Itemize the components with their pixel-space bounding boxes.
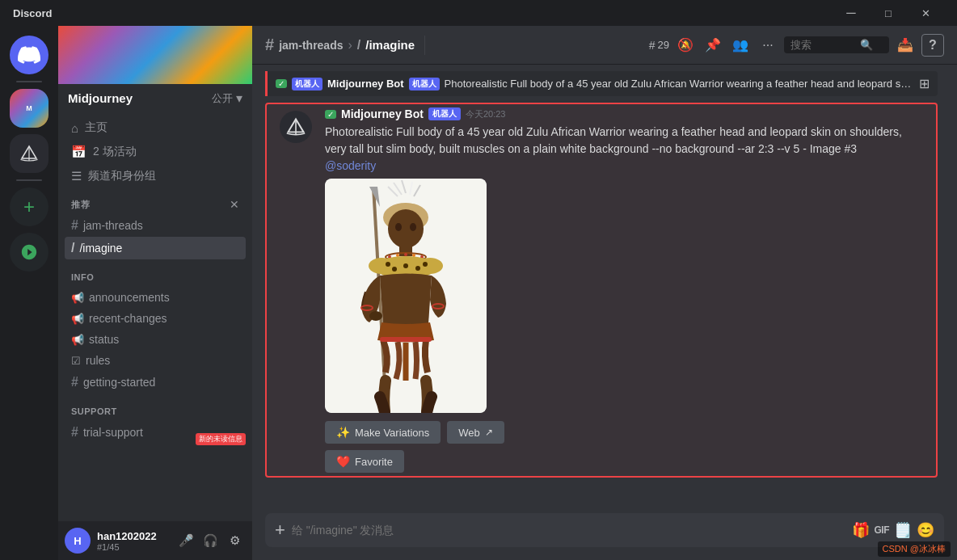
notification-bot-tag2: 机器人 — [409, 78, 440, 91]
server-header: Midjourney 公开 ▾ — [58, 26, 252, 112]
input-right-icons: 🎁 GIF 🗒️ 😊 — [852, 521, 935, 539]
input-box[interactable]: + 🎁 GIF 🗒️ 😊 — [265, 513, 944, 547]
user-tag: #1/45 — [97, 542, 168, 552]
input-area: + 🎁 GIF 🗒️ 😊 — [252, 513, 957, 560]
settings-button[interactable]: ⚙ — [223, 529, 246, 552]
sidebar-item-label: 频道和身份组 — [88, 169, 156, 183]
topbar-right: # 29 🔕 📌 👥 ··· 🔍 📥 ? — [649, 34, 944, 57]
expand-icon[interactable]: ⊞ — [919, 76, 930, 91]
sidebar-item-rules[interactable]: ☑ rules — [65, 350, 246, 371]
sidebar-item-recent-changes[interactable]: 📢 recent-changes — [65, 308, 246, 329]
notification-bot-tag: 机器人 — [292, 78, 323, 91]
members-button[interactable]: 👥 — [729, 34, 752, 57]
channel-name: /imagine — [79, 242, 122, 255]
server-banner — [58, 26, 252, 84]
gif-button[interactable]: GIF — [875, 524, 890, 536]
username: han1202022 — [97, 530, 168, 542]
favorite-button[interactable]: ❤️ Favorite — [325, 450, 404, 473]
gift-button[interactable]: 🎁 — [852, 521, 870, 539]
explore-button[interactable] — [10, 233, 48, 272]
close-recommended-icon[interactable]: ✕ — [230, 198, 239, 211]
megaphone-icon: 📢 — [71, 313, 84, 325]
search-icon: 🔍 — [860, 39, 873, 51]
verified-check: ✓ — [325, 110, 336, 119]
message-avatar — [280, 111, 312, 143]
warrior-svg — [325, 179, 487, 413]
headphones-button[interactable]: 🎧 — [199, 529, 221, 552]
external-link-icon: ↗ — [485, 427, 493, 438]
sidebar-item-events[interactable]: 📅 2 场活动 — [65, 140, 246, 164]
svg-rect-30 — [380, 337, 432, 342]
add-server-button[interactable]: + — [10, 187, 48, 226]
minimize-button[interactable]: ─ — [833, 0, 870, 26]
support-section-label: SUPPORT — [71, 406, 117, 416]
message-input[interactable] — [292, 514, 845, 546]
help-button[interactable]: ? — [921, 34, 944, 57]
info-section-label: INFO — [71, 272, 94, 282]
channel-name: announcements — [89, 291, 170, 304]
attach-button[interactable]: + — [275, 513, 285, 547]
action-buttons: ✨ Make Variations Web ↗ — [325, 421, 923, 444]
channels-icon: ☰ — [71, 169, 82, 183]
sidebar-item-label: 主页 — [85, 120, 108, 135]
notifications-button[interactable]: 🔕 — [674, 34, 697, 57]
sticker-button[interactable]: 🗒️ — [894, 521, 912, 539]
make-variations-button[interactable]: ✨ Make Variations — [325, 421, 441, 444]
user-info: han1202022 #1/45 — [97, 530, 168, 552]
verified-icon: ✓ — [276, 79, 287, 88]
emoji-button[interactable]: 😊 — [917, 521, 934, 539]
channel-name: jam-threads — [83, 219, 143, 232]
web-button[interactable]: Web ↗ — [447, 421, 504, 444]
icon-bar-divider — [16, 81, 42, 82]
hash-icon: # — [71, 218, 78, 233]
web-label: Web — [458, 427, 480, 439]
hash-count-icon: # — [649, 39, 656, 52]
sidebar-item-trial-support[interactable]: # trial-support 新的未读信息 — [65, 421, 246, 444]
megaphone-icon: 📢 — [71, 292, 84, 304]
server-name-row[interactable]: Midjourney 公开 ▾ — [58, 84, 252, 112]
main-content: # jam-threads › / /imagine # 29 🔕 📌 👥 ··… — [252, 26, 957, 560]
hash-icon: # — [71, 375, 78, 389]
svg-point-11 — [388, 209, 424, 248]
favorite-label: Favorite — [355, 456, 393, 468]
app-title: Discord — [13, 7, 52, 19]
pin-button[interactable]: 📌 — [702, 34, 724, 57]
svg-point-27 — [415, 266, 420, 271]
hash-icon: # — [71, 425, 78, 440]
message-author[interactable]: Midjourney Bot — [341, 107, 424, 120]
check-icon: ☑ — [71, 355, 81, 367]
icon-bar: M + — [0, 26, 58, 560]
sidebar-item-imagine[interactable]: / /imagine — [65, 237, 246, 259]
close-button[interactable]: ✕ — [907, 0, 944, 26]
discord-home-icon[interactable] — [10, 36, 48, 74]
svg-point-28 — [423, 262, 428, 267]
maximize-button[interactable]: □ — [870, 0, 907, 26]
sidebar-item-announcements[interactable]: 📢 announcements — [65, 287, 246, 308]
search-box[interactable]: 🔍 — [784, 36, 889, 53]
more-options-button[interactable]: ··· — [757, 34, 779, 57]
svg-point-29 — [369, 311, 382, 321]
channel-name: status — [89, 333, 119, 346]
boat-server-icon[interactable] — [10, 134, 48, 173]
svg-point-26 — [403, 263, 408, 268]
svg-point-13 — [410, 223, 416, 231]
megaphone-icon: 📢 — [71, 334, 84, 346]
microphone-button[interactable]: 🎤 — [175, 529, 197, 552]
user-bar: H han1202022 #1/45 🎤 🎧 ⚙ — [58, 521, 252, 560]
sidebar-item-channels[interactable]: ☰ 频道和身份组 — [65, 164, 246, 188]
channel-name: recent-changes — [89, 312, 167, 325]
sidebar-item-home[interactable]: ⌂ 主页 — [65, 116, 246, 140]
topbar-hash-icon: # — [265, 36, 274, 54]
hash-icon: / — [71, 241, 74, 255]
notification-author: Midjourney Bot — [327, 78, 404, 90]
sidebar-item-status[interactable]: 📢 status — [65, 329, 246, 350]
calendar-icon: 📅 — [71, 145, 86, 159]
inbox-button[interactable]: 📥 — [894, 34, 917, 57]
image-container[interactable] — [325, 179, 487, 413]
sidebar-item-getting-started[interactable]: # getting-started — [65, 371, 246, 394]
search-input[interactable] — [790, 39, 855, 51]
sidebar-item-jam-threads[interactable]: # jam-threads — [65, 214, 246, 237]
svg-point-24 — [386, 262, 390, 267]
channel-name: getting-started — [83, 376, 156, 389]
midjourney-server-icon[interactable]: M — [10, 89, 48, 128]
